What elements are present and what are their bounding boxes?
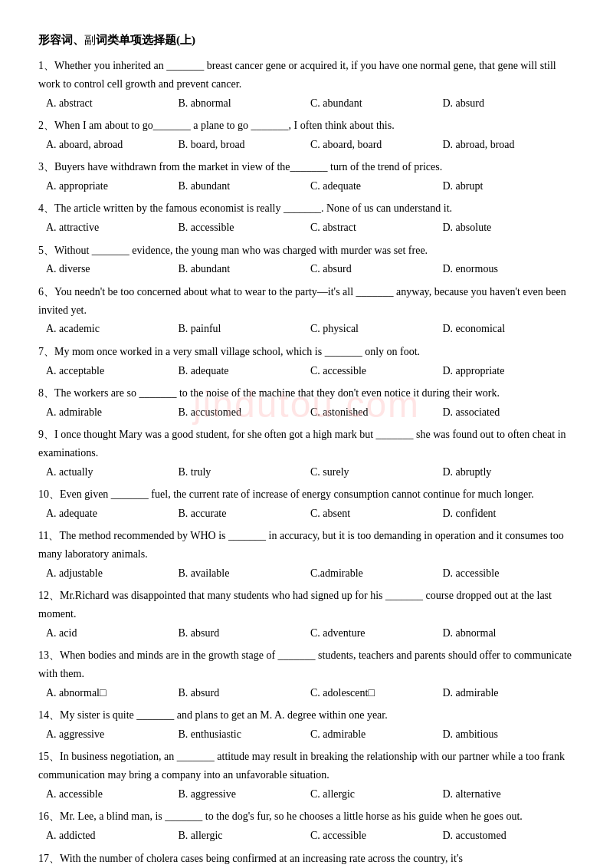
option-item: B. allergic	[179, 827, 311, 844]
question-block: 6、You needn't be too concerned about wha…	[38, 283, 575, 338]
question-block: 9、I once thought Mary was a good student…	[38, 426, 575, 481]
option-item: A. admirable	[46, 404, 179, 421]
option-item: C. abundant	[310, 95, 443, 112]
option-item: D. admirable	[443, 685, 575, 702]
option-item: A. diverse	[46, 261, 179, 278]
options-row: A. adjustableB. availableC.admirableD. a…	[38, 565, 575, 582]
options-row: A. accessibleB. aggressiveC. allergicD. …	[38, 786, 575, 803]
question-block: 14、My sister is quite _______ and plans …	[38, 706, 575, 743]
option-item: D. ambitious	[443, 726, 575, 743]
option-item: B. adequate	[179, 363, 311, 380]
question-text: 4、The article written by the famous econ…	[38, 199, 575, 218]
question-block: 7、My mom once worked in a very small vil…	[38, 343, 575, 380]
question-text: 17、With the number of cholera cases bein…	[38, 850, 575, 868]
page-title: 形容词、副词类单项选择题(上)	[38, 31, 575, 49]
options-row: A. acidB. absurdC. adventureD. abnormal	[38, 625, 575, 642]
question-text: 15、In business negotiation, an _______ a…	[38, 748, 575, 784]
question-block: 2、When I am about to go_______ a plane t…	[38, 117, 575, 153]
option-item: B. aggressive	[179, 786, 311, 803]
question-text: 11、The method recommended by WHO is ____…	[38, 527, 575, 564]
options-row: A. aboard, abroadB. board, broadC. aboar…	[38, 136, 575, 153]
options-row: A. admirableB. accustomedC. astonishedD.…	[38, 404, 575, 421]
question-text: 12、Mr.Richard was disappointed that many…	[38, 587, 575, 623]
option-item: C. adequate	[310, 178, 443, 195]
question-block: 1、Whether you inherited an _______ breas…	[38, 57, 575, 112]
option-item: C. adventure	[310, 625, 443, 642]
option-item: C.admirable	[310, 565, 443, 582]
option-item: A. adequate	[46, 505, 179, 522]
option-item: B. accustomed	[179, 404, 311, 421]
question-block: 8、The workers are so _______ to the nois…	[38, 384, 575, 421]
options-row: A. abnormal□B. absurdC. adolescent□D. ad…	[38, 685, 575, 702]
option-item: D. appropriate	[443, 363, 575, 380]
question-text: 8、The workers are so _______ to the nois…	[38, 384, 575, 403]
option-item: B. accurate	[179, 505, 311, 522]
option-item: C. absent	[310, 505, 443, 522]
option-item: A. academic	[46, 321, 179, 337]
option-item: A. aboard, abroad	[46, 136, 179, 153]
question-text: 13、When bodies and minds are in the grow…	[38, 646, 575, 683]
option-item: D. absolute	[443, 219, 575, 236]
option-item: B. abundant	[179, 261, 311, 278]
option-item: A. attractive	[46, 219, 179, 236]
options-row: A. attractiveB. accessibleC. abstractD. …	[38, 219, 575, 236]
option-item: D. confident	[443, 505, 575, 522]
question-text: 2、When I am about to go_______ a plane t…	[38, 117, 575, 135]
option-item: C. adolescent□	[310, 685, 443, 702]
option-item: B. enthusiastic	[179, 726, 311, 743]
options-row: A. abstractB. abnormalC. abundantD. absu…	[38, 95, 575, 112]
question-block: 16、Mr. Lee, a blind man, is _______ to t…	[38, 807, 575, 844]
option-item: D. enormous	[443, 261, 575, 278]
question-text: 9、I once thought Mary was a good student…	[38, 426, 575, 462]
option-item: C. allergic	[310, 786, 443, 803]
question-block: 3、Buyers have withdrawn from the market …	[38, 158, 575, 195]
option-item: D. accustomed	[443, 827, 575, 844]
question-block: 11、The method recommended by WHO is ____…	[38, 527, 575, 582]
option-item: B. available	[179, 565, 311, 582]
option-item: A. abstract	[46, 95, 179, 112]
options-row: A. acceptableB. adequateC. accessibleD. …	[38, 363, 575, 380]
option-item: B. painful	[179, 321, 311, 337]
option-item: A. acceptable	[46, 363, 179, 380]
option-item: C. admirable	[310, 726, 443, 743]
options-row: A. academicB. painfulC. physicalD. econo…	[38, 321, 575, 337]
option-item: D. abnormal	[443, 625, 575, 642]
question-text: 5、Without _______ evidence, the young ma…	[38, 242, 575, 260]
option-item: B. board, broad	[179, 136, 311, 153]
option-item: A. actually	[46, 464, 179, 481]
option-item: D. abrupt	[443, 178, 575, 195]
option-item: D. accessible	[443, 565, 575, 582]
option-item: D. abruptly	[443, 464, 575, 481]
option-item: C. astonished	[310, 404, 443, 421]
option-item: C. accessible	[310, 827, 443, 844]
option-item: D. abroad, broad	[443, 136, 575, 153]
question-text: 3、Buyers have withdrawn from the market …	[38, 158, 575, 176]
option-item: C. accessible	[310, 363, 443, 380]
option-item: D. associated	[443, 404, 575, 421]
question-text: 1、Whether you inherited an _______ breas…	[38, 57, 575, 94]
option-item: C. surely	[310, 464, 443, 481]
question-block: 17、With the number of cholera cases bein…	[38, 850, 575, 868]
question-text: 6、You needn't be too concerned about wha…	[38, 283, 575, 320]
option-item: B. absurd	[179, 685, 311, 702]
option-item: A. accessible	[46, 786, 179, 803]
options-row: A. actuallyB. trulyC. surelyD. abruptly	[38, 464, 575, 481]
option-item: A. abnormal□	[46, 685, 179, 702]
option-item: A. aggressive	[46, 726, 179, 743]
option-item: B. truly	[179, 464, 311, 481]
question-block: 13、When bodies and minds are in the grow…	[38, 646, 575, 702]
option-item: B. accessible	[179, 219, 311, 236]
question-block: 15、In business negotiation, an _______ a…	[38, 748, 575, 803]
option-item: D. absurd	[443, 95, 575, 112]
option-item: B. abnormal	[179, 95, 311, 112]
option-item: C. aboard, board	[310, 136, 443, 153]
question-text: 14、My sister is quite _______ and plans …	[38, 706, 575, 725]
question-block: 4、The article written by the famous econ…	[38, 199, 575, 236]
option-item: A. adjustable	[46, 565, 179, 582]
question-block: 12、Mr.Richard was disappointed that many…	[38, 587, 575, 642]
option-item: A. acid	[46, 625, 179, 642]
question-text: 10、Even given _______ fuel, the current …	[38, 485, 575, 504]
option-item: A. appropriate	[46, 178, 179, 195]
option-item: D. alternative	[443, 786, 575, 803]
options-row: A. addictedB. allergicC. accessibleD. ac…	[38, 827, 575, 844]
